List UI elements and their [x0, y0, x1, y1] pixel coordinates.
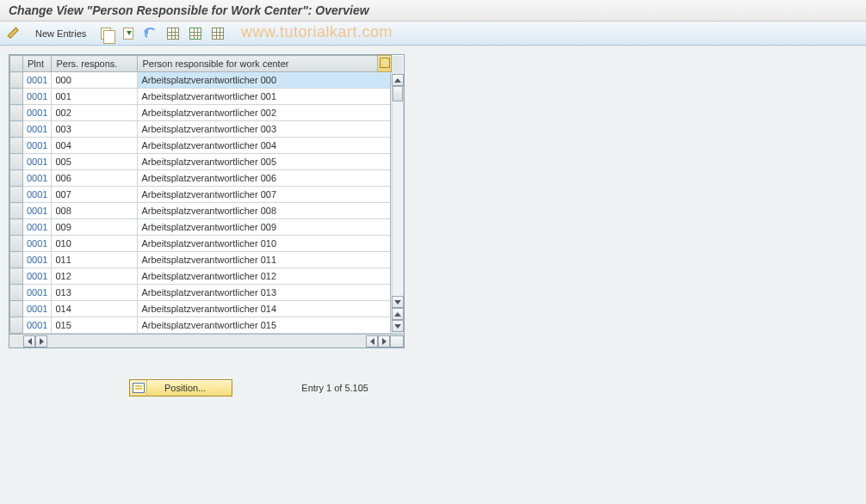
cell-plnt[interactable]: 0001	[23, 138, 52, 154]
cell-pers-respons[interactable]: 003	[52, 121, 138, 138]
cell-plnt[interactable]: 0001	[23, 121, 52, 138]
scroll-up-icon[interactable]	[392, 74, 404, 86]
cell-plnt[interactable]: 0001	[23, 252, 52, 268]
cell-plnt[interactable]: 0001	[23, 154, 52, 170]
scroll-right-icon[interactable]	[35, 335, 47, 347]
cell-pers-respons[interactable]: 015	[52, 317, 138, 334]
position-button[interactable]: Position...	[129, 379, 232, 396]
cell-pers-respons[interactable]: 008	[52, 203, 138, 219]
row-selector[interactable]	[10, 252, 23, 268]
new-entries-button[interactable]: New Entries	[29, 25, 92, 42]
column-header-pers-respons[interactable]: Pers. respons.	[52, 56, 138, 72]
cell-person-responsible[interactable]: Arbeitsplatzverantwortlicher 006	[138, 170, 392, 187]
table-row[interactable]: 0001013Arbeitsplatzverantwortlicher 013	[10, 285, 392, 301]
table-row[interactable]: 0001014Arbeitsplatzverantwortlicher 014	[10, 301, 392, 317]
cell-pers-respons[interactable]: 010	[52, 236, 138, 252]
table-row[interactable]: 0001000Arbeitsplatzverantwortlicher 000	[10, 72, 392, 89]
row-selector[interactable]	[10, 203, 23, 219]
scroll-down-icon[interactable]	[392, 296, 404, 308]
cell-plnt[interactable]: 0001	[23, 89, 52, 105]
cell-pers-respons[interactable]: 011	[52, 252, 138, 268]
cell-pers-respons[interactable]: 006	[52, 170, 138, 187]
cell-person-responsible[interactable]: Arbeitsplatzverantwortlicher 003	[138, 121, 392, 138]
cell-person-responsible[interactable]: Arbeitsplatzverantwortlicher 007	[138, 187, 392, 203]
scroll-left-end-icon[interactable]	[366, 335, 378, 347]
column-header-plnt[interactable]: Plnt	[23, 56, 52, 72]
cell-person-responsible[interactable]: Arbeitsplatzverantwortlicher 002	[138, 105, 392, 121]
cell-plnt[interactable]: 0001	[23, 317, 52, 334]
scroll-down-secondary-icon[interactable]	[392, 320, 404, 332]
scroll-left-icon[interactable]	[23, 335, 35, 347]
vertical-scroll-track[interactable]	[392, 86, 404, 296]
table-row[interactable]: 0001002Arbeitsplatzverantwortlicher 002	[10, 105, 392, 121]
cell-person-responsible[interactable]: Arbeitsplatzverantwortlicher 001	[138, 89, 392, 105]
cell-pers-respons[interactable]: 014	[52, 301, 138, 317]
cell-pers-respons[interactable]: 007	[52, 187, 138, 203]
cell-person-responsible[interactable]: Arbeitsplatzverantwortlicher 013	[138, 285, 392, 301]
table-settings-icon[interactable]	[378, 56, 392, 72]
cell-pers-respons[interactable]: 012	[52, 268, 138, 285]
cell-person-responsible[interactable]: Arbeitsplatzverantwortlicher 014	[138, 301, 392, 317]
cell-person-responsible[interactable]: Arbeitsplatzverantwortlicher 004	[138, 138, 392, 154]
scroll-right-end-icon[interactable]	[378, 335, 390, 347]
table-row[interactable]: 0001007Arbeitsplatzverantwortlicher 007	[10, 187, 392, 203]
table-row[interactable]: 0001010Arbeitsplatzverantwortlicher 010	[10, 236, 392, 252]
row-selector[interactable]	[10, 170, 23, 187]
cell-plnt[interactable]: 0001	[23, 170, 52, 187]
cell-pers-respons[interactable]: 002	[52, 105, 138, 121]
vertical-scroll-thumb[interactable]	[393, 86, 403, 101]
cell-person-responsible[interactable]: Arbeitsplatzverantwortlicher 009	[138, 219, 392, 236]
row-selector[interactable]	[10, 154, 23, 170]
cell-person-responsible[interactable]: Arbeitsplatzverantwortlicher 008	[138, 203, 392, 219]
horizontal-scrollbar[interactable]	[9, 334, 404, 347]
table-row[interactable]: 0001003Arbeitsplatzverantwortlicher 003	[10, 121, 392, 138]
select-block-icon[interactable]	[187, 25, 204, 42]
cell-person-responsible[interactable]: Arbeitsplatzverantwortlicher 015	[138, 317, 392, 334]
cell-pers-respons[interactable]: 004	[52, 138, 138, 154]
cell-person-responsible[interactable]: Arbeitsplatzverantwortlicher 010	[138, 236, 392, 252]
row-selector[interactable]	[10, 219, 23, 236]
cell-plnt[interactable]: 0001	[23, 187, 52, 203]
table-row[interactable]: 0001004Arbeitsplatzverantwortlicher 004	[10, 138, 392, 154]
deselect-all-icon[interactable]	[209, 25, 226, 42]
column-header-person-responsible[interactable]: Person responsible for work center	[138, 56, 378, 72]
cell-plnt[interactable]: 0001	[23, 268, 52, 285]
cell-person-responsible[interactable]: Arbeitsplatzverantwortlicher 011	[138, 252, 392, 268]
table-row[interactable]: 0001005Arbeitsplatzverantwortlicher 005	[10, 154, 392, 170]
table-row[interactable]: 0001012Arbeitsplatzverantwortlicher 012	[10, 268, 392, 285]
cell-pers-respons[interactable]: 013	[52, 285, 138, 301]
table-row[interactable]: 0001015Arbeitsplatzverantwortlicher 015	[10, 317, 392, 334]
cell-plnt[interactable]: 0001	[23, 285, 52, 301]
row-selector[interactable]	[10, 236, 23, 252]
scroll-up-secondary-icon[interactable]	[392, 308, 404, 320]
table-row[interactable]: 0001008Arbeitsplatzverantwortlicher 008	[10, 203, 392, 219]
row-selector[interactable]	[10, 187, 23, 203]
cell-person-responsible[interactable]: Arbeitsplatzverantwortlicher 005	[138, 154, 392, 170]
cell-plnt[interactable]: 0001	[23, 301, 52, 317]
delete-icon[interactable]	[120, 25, 137, 42]
row-selector[interactable]	[10, 301, 23, 317]
row-selector[interactable]	[10, 268, 23, 285]
select-all-icon[interactable]	[164, 25, 182, 42]
copy-as-icon[interactable]	[97, 25, 114, 42]
cell-plnt[interactable]: 0001	[23, 72, 52, 89]
row-selector[interactable]	[10, 317, 23, 334]
cell-person-responsible[interactable]: Arbeitsplatzverantwortlicher 012	[138, 268, 392, 285]
table-row[interactable]: 0001001Arbeitsplatzverantwortlicher 001	[10, 89, 392, 105]
row-selector[interactable]	[10, 72, 23, 89]
table-row[interactable]: 0001011Arbeitsplatzverantwortlicher 011	[10, 252, 392, 268]
cell-plnt[interactable]: 0001	[23, 203, 52, 219]
table-row[interactable]: 0001006Arbeitsplatzverantwortlicher 006	[10, 170, 392, 187]
toggle-display-change-icon[interactable]	[7, 25, 24, 42]
row-selector-header[interactable]	[10, 56, 23, 72]
cell-plnt[interactable]: 0001	[23, 219, 52, 236]
cell-pers-respons[interactable]: 000	[52, 72, 138, 89]
row-selector[interactable]	[10, 121, 23, 138]
row-selector[interactable]	[10, 89, 23, 105]
cell-pers-respons[interactable]: 005	[52, 154, 138, 170]
row-selector[interactable]	[10, 285, 23, 301]
cell-pers-respons[interactable]: 001	[52, 89, 138, 105]
cell-pers-respons[interactable]: 009	[52, 219, 138, 236]
cell-plnt[interactable]: 0001	[23, 105, 52, 121]
cell-person-responsible[interactable]: Arbeitsplatzverantwortlicher 000	[138, 72, 392, 89]
